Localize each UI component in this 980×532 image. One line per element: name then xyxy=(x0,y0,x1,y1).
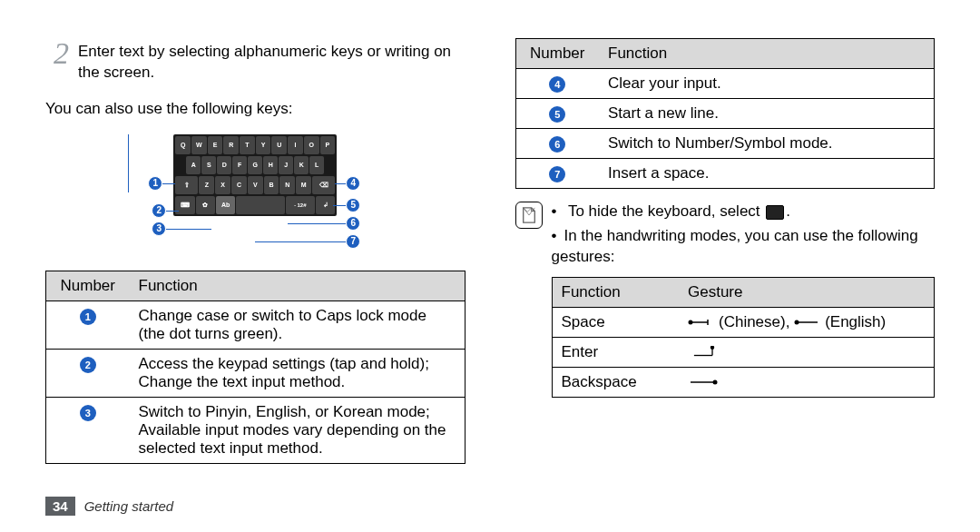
note-bullet-2: In the handwriting modes, you can use th… xyxy=(552,226,936,268)
function-table-right: Number Function 4 Clear your input. 5 St… xyxy=(515,38,936,189)
gesture-backspace-glyph xyxy=(679,367,935,397)
backspace-icon: ⌫ xyxy=(312,176,335,194)
gesture-space-label: Space xyxy=(552,307,679,337)
gear-icon: ✿ xyxy=(196,196,215,214)
gesture-space-chinese: (Chinese), xyxy=(719,313,789,330)
callout-disc-4: 4 xyxy=(549,76,565,93)
callout-disc-6: 6 xyxy=(549,136,565,153)
enter-icon: ↲ xyxy=(316,196,335,214)
keyboard-illustration: Q W E R T Y U I O P A S D F G H xyxy=(45,134,466,252)
space-key xyxy=(236,196,284,214)
symnum-key: · 12# xyxy=(286,196,315,214)
svg-point-9 xyxy=(713,380,718,385)
table-row: 5 Start a new line. xyxy=(515,99,935,129)
section-title: Getting started xyxy=(84,498,173,514)
key-u: U xyxy=(271,136,287,154)
callout-3: 3 xyxy=(152,222,166,236)
page-number: 34 xyxy=(45,497,75,516)
step-text-line1: Enter text by selecting alphanumeric key… xyxy=(78,43,429,60)
function-text-4: Clear your input. xyxy=(599,69,935,99)
gesture-header-gesture: Gesture xyxy=(679,277,935,307)
hide-keyboard-icon: ⌨ xyxy=(175,196,194,214)
key-i: I xyxy=(288,136,303,154)
table-header-number: Number xyxy=(46,271,130,300)
note-bullet-1: To hide the keyboard, select . xyxy=(552,202,936,222)
function-text-6: Switch to Number/Symbol mode. xyxy=(599,129,935,159)
gesture-enter-label: Enter xyxy=(552,337,679,367)
function-text-1: Change case or switch to Caps lock mode … xyxy=(130,300,466,349)
table-row: 6 Switch to Number/Symbol mode. xyxy=(515,129,935,159)
callout-5: 5 xyxy=(346,198,360,212)
key-n: N xyxy=(279,176,295,194)
key-d: D xyxy=(217,156,231,174)
table-row: 1 Change case or switch to Caps lock mod… xyxy=(46,300,466,349)
callout-6: 6 xyxy=(346,216,360,231)
callout-7: 7 xyxy=(346,234,360,249)
table-header-function-r: Function xyxy=(599,39,935,69)
key-z: Z xyxy=(199,176,214,194)
mode-key: Ab xyxy=(216,196,235,214)
note-body: To hide the keyboard, select . In the ha… xyxy=(552,202,936,398)
gesture-enter-glyph xyxy=(679,337,935,367)
function-text-2: Access the keypad settings (tap and hold… xyxy=(130,349,466,397)
step-2: 2 Enter text by selecting alphanumeric k… xyxy=(45,38,466,84)
table-header-number-r: Number xyxy=(515,39,599,69)
table-row: Space (Chinese), (English) xyxy=(552,307,935,337)
table-row: Backspace xyxy=(552,367,935,397)
callout-disc-1: 1 xyxy=(80,309,96,325)
key-y: Y xyxy=(256,136,271,154)
callout-disc-3: 3 xyxy=(80,405,96,421)
callout-disc-5: 5 xyxy=(549,106,565,123)
shift-icon: ⇧ xyxy=(175,176,198,194)
key-m: M xyxy=(296,176,311,194)
key-f: F xyxy=(232,156,247,174)
table-row: 4 Clear your input. xyxy=(515,69,935,99)
gesture-backspace-label: Backspace xyxy=(552,367,679,397)
gesture-table: Function Gesture Space (Chinese), (Engli… xyxy=(552,277,936,398)
key-c: C xyxy=(231,176,247,194)
key-e: E xyxy=(208,136,223,154)
callout-4: 4 xyxy=(346,176,360,191)
key-b: B xyxy=(264,176,279,194)
function-table-left: Number Function 1 Change case or switch … xyxy=(45,271,466,464)
key-j: J xyxy=(279,156,293,174)
key-a: A xyxy=(186,156,201,174)
table-row: 2 Access the keypad settings (tap and ho… xyxy=(46,349,466,397)
gesture-header-function: Function xyxy=(552,277,679,307)
left-column: 2 Enter text by selecting alphanumeric k… xyxy=(45,38,466,516)
function-text-7: Insert a space. xyxy=(599,159,935,189)
key-t: T xyxy=(240,136,255,154)
table-row: 3 Switch to Pinyin, English, or Korean m… xyxy=(46,397,466,463)
note-block: To hide the keyboard, select . In the ha… xyxy=(515,202,936,398)
callout-disc-7: 7 xyxy=(549,166,565,182)
key-q: Q xyxy=(175,136,191,154)
key-o: O xyxy=(304,136,319,154)
gesture-space-glyph: (Chinese), (English) xyxy=(679,307,935,337)
key-s: S xyxy=(201,156,216,174)
table-header-function: Function xyxy=(130,271,466,300)
key-v: V xyxy=(248,176,263,194)
key-l: L xyxy=(309,156,324,174)
key-x: X xyxy=(215,176,230,194)
function-text-5: Start a new line. xyxy=(599,99,935,129)
callout-disc-2: 2 xyxy=(80,357,96,373)
function-text-3: Switch to Pinyin, English, or Korean mod… xyxy=(130,397,466,463)
key-k: K xyxy=(294,156,309,174)
right-column: Number Function 4 Clear your input. 5 St… xyxy=(515,38,936,516)
key-h: H xyxy=(263,156,278,174)
callout-1: 1 xyxy=(148,176,162,191)
key-g: G xyxy=(248,156,262,174)
note-bullet-1-prefix: To hide the keyboard, select xyxy=(568,202,760,220)
svg-point-7 xyxy=(710,346,714,350)
note-icon xyxy=(515,202,543,229)
step-number: 2 xyxy=(45,38,69,69)
key-w: W xyxy=(191,136,207,154)
callout-2: 2 xyxy=(152,203,166,218)
hide-keyboard-inline-icon xyxy=(766,205,784,220)
note-bullet-1-suffix: . xyxy=(786,202,790,220)
page-footer: 34 Getting started xyxy=(45,497,173,516)
step-text: Enter text by selecting alphanumeric key… xyxy=(78,38,466,84)
table-row: 7 Insert a space. xyxy=(515,159,935,189)
following-keys-intro: You can also use the following keys: xyxy=(45,100,466,118)
gesture-space-english: (English) xyxy=(825,313,886,330)
